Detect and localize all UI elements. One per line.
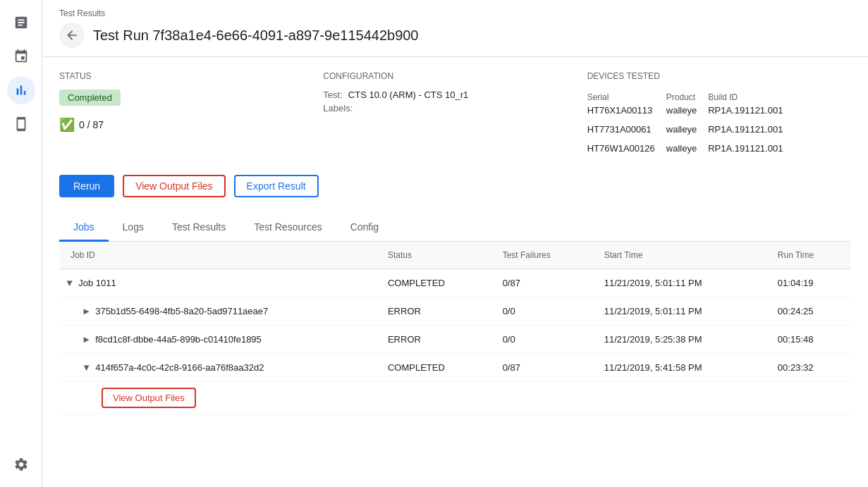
job-status: COMPLETED [377, 269, 491, 297]
back-button[interactable] [59, 23, 85, 48]
job-id-cell: ▼ 414f657a-4c0c-42c8-9166-aa76f8aa32d2 [59, 354, 377, 382]
jobs-table: Job ID Status Test Failures Start Time R… [59, 242, 851, 414]
device-product: walleye [666, 139, 708, 158]
jobs-table-header: Job ID Status Test Failures Start Time R… [59, 242, 851, 269]
table-row: ► 375b1d55-6498-4fb5-8a20-5ad9711aeae7 E… [59, 297, 851, 326]
jobs-col-runtime: Run Time [766, 242, 851, 269]
devices-col-build: Build ID [708, 90, 794, 105]
job-status: ERROR [377, 297, 491, 326]
table-row: ► f8cd1c8f-dbbe-44a5-899b-c01410fe1895 E… [59, 326, 851, 354]
job-id-text: f8cd1c8f-dbbe-44a5-899b-c01410fe1895 [95, 334, 262, 345]
view-output-cell: View Output Files [59, 382, 851, 414]
sidebar-item-tasks[interactable] [7, 8, 35, 37]
job-failures: 0/0 [491, 297, 593, 326]
job-failures: 0/87 [491, 269, 593, 297]
sidebar-item-devices[interactable] [7, 110, 35, 138]
main-content: Test Results Test Run 7f38a1e4-6e66-4091… [42, 0, 868, 487]
tab-test-resources[interactable]: Test Resources [240, 214, 336, 242]
pass-count-value: 0 / 87 [79, 119, 104, 130]
pass-count: ✅ 0 / 87 [59, 117, 323, 132]
device-build: RP1A.191121.001 [708, 139, 794, 158]
config-test-row: Test: CTS 10.0 (ARM) - CTS 10_r1 [323, 90, 587, 100]
export-result-button[interactable]: Export Result [234, 175, 319, 197]
job-id-text: 414f657a-4c0c-42c8-9166-aa76f8aa32d2 [95, 362, 264, 373]
device-serial: HT76W1A00126 [587, 139, 666, 158]
table-row: ▼ 414f657a-4c0c-42c8-9166-aa76f8aa32d2 C… [59, 354, 851, 382]
config-title: Configuration [323, 71, 587, 81]
job-id-cell: ▼ Job 1011 [59, 269, 377, 297]
devices-col-serial: Serial [587, 90, 666, 105]
job-start-time: 11/21/2019, 5:01:11 PM [593, 269, 766, 297]
jobs-col-id: Job ID [59, 242, 377, 269]
breadcrumb: Test Results [59, 8, 851, 18]
expand-button[interactable]: ► [82, 306, 91, 316]
sidebar-item-schedule[interactable] [7, 42, 35, 70]
jobs-col-failures: Test Failures [491, 242, 593, 269]
config-labels-row: Labels: [323, 103, 587, 113]
sidebar [0, 0, 42, 487]
job-id-text: 375b1d55-6498-4fb5-8a20-5ad9711aeae7 [95, 306, 268, 316]
page-title: Test Run 7f38a1e4-6e66-4091-a897-9e11544… [93, 27, 419, 44]
table-row: View Output Files [59, 382, 851, 414]
devices-block: Devices Tested Serial Product Build ID H… [587, 71, 851, 158]
device-serial: HT76X1A00113 [587, 105, 666, 120]
content-area: Status Completed ✅ 0 / 87 Configuration … [42, 57, 868, 487]
job-run-time: 00:24:25 [766, 297, 851, 326]
job-start-time: 11/21/2019, 5:01:11 PM [593, 297, 766, 326]
device-serial: HT7731A00061 [587, 120, 666, 139]
job-failures: 0/0 [491, 326, 593, 354]
job-id-text: Job 1011 [78, 278, 116, 288]
tab-config[interactable]: Config [336, 214, 393, 242]
config-block: Configuration Test: CTS 10.0 (ARM) - CTS… [323, 71, 587, 158]
job-run-time: 01:04:19 [766, 269, 851, 297]
devices-col-product: Product [666, 90, 708, 105]
device-product: walleye [666, 120, 708, 139]
status-title: Status [59, 71, 323, 81]
info-section: Status Completed ✅ 0 / 87 Configuration … [59, 71, 851, 158]
device-product: walleye [666, 105, 708, 120]
config-test-value: CTS 10.0 (ARM) - CTS 10_r1 [348, 90, 469, 100]
tab-logs[interactable]: Logs [109, 214, 158, 242]
jobs-col-start: Start Time [593, 242, 766, 269]
job-run-time: 00:15:48 [766, 326, 851, 354]
device-row: HT7731A00061 walleye RP1A.191121.001 [587, 120, 795, 139]
sidebar-item-analytics[interactable] [7, 76, 35, 104]
job-start-time: 11/21/2019, 5:41:58 PM [593, 354, 766, 382]
tab-test-results[interactable]: Test Results [158, 214, 240, 242]
device-row: HT76X1A00113 walleye RP1A.191121.001 [587, 105, 795, 120]
tabs: JobsLogsTest ResultsTest ResourcesConfig [59, 214, 851, 242]
config-labels-label: Labels: [323, 103, 353, 113]
action-buttons: Rerun View Output Files Export Result [59, 175, 851, 197]
expand-button[interactable]: ► [82, 334, 91, 345]
config-test-label: Test: [323, 90, 342, 100]
job-failures: 0/87 [491, 354, 593, 382]
devices-title: Devices Tested [587, 71, 851, 81]
device-row: HT76W1A00126 walleye RP1A.191121.001 [587, 139, 795, 158]
expand-button[interactable]: ▼ [82, 362, 91, 373]
expand-button[interactable]: ▼ [65, 278, 74, 288]
job-start-time: 11/21/2019, 5:25:38 PM [593, 326, 766, 354]
inline-view-output-button[interactable]: View Output Files [102, 388, 196, 408]
device-build: RP1A.191121.001 [708, 120, 794, 139]
sidebar-item-settings[interactable] [7, 450, 35, 479]
job-id-cell: ► 375b1d55-6498-4fb5-8a20-5ad9711aeae7 [59, 297, 377, 326]
tab-jobs[interactable]: Jobs [59, 214, 109, 242]
status-block: Status Completed ✅ 0 / 87 [59, 71, 323, 158]
devices-table: Serial Product Build ID HT76X1A00113 wal… [587, 90, 795, 158]
job-status: COMPLETED [377, 354, 491, 382]
view-output-files-button[interactable]: View Output Files [123, 175, 225, 197]
job-status: ERROR [377, 326, 491, 354]
check-icon: ✅ [59, 117, 75, 132]
jobs-col-status: Status [377, 242, 491, 269]
rerun-button[interactable]: Rerun [59, 175, 114, 197]
job-run-time: 00:23:32 [766, 354, 851, 382]
table-row: ▼ Job 1011 COMPLETED 0/87 11/21/2019, 5:… [59, 269, 851, 297]
job-id-cell: ► f8cd1c8f-dbbe-44a5-899b-c01410fe1895 [59, 326, 377, 354]
status-badge: Completed [59, 90, 121, 106]
topbar: Test Results Test Run 7f38a1e4-6e66-4091… [42, 0, 868, 57]
device-build: RP1A.191121.001 [708, 105, 794, 120]
